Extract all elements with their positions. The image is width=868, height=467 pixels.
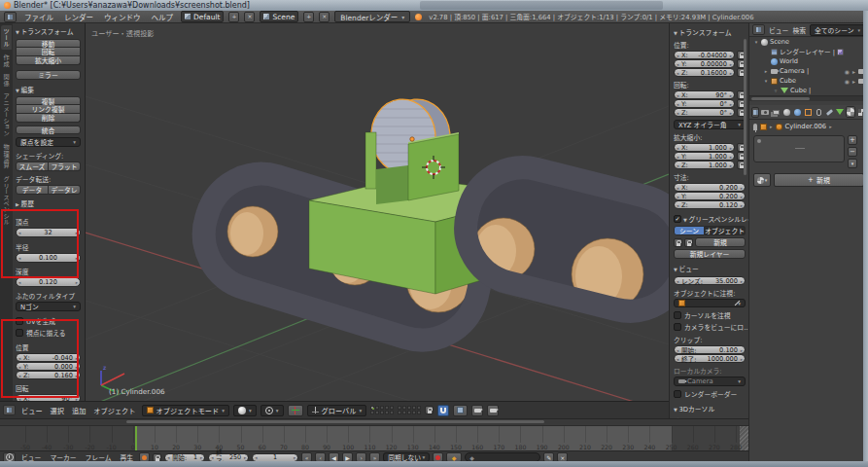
selectability-icon[interactable]: ▸ — [852, 78, 855, 85]
menu-window[interactable]: ウィンドウ — [101, 12, 144, 22]
layer-cell[interactable] — [412, 411, 416, 414]
new-material-button[interactable]: +新規 — [774, 173, 864, 187]
mode-dropdown[interactable]: オブジェクトモード — [142, 405, 229, 416]
layer-cell[interactable] — [398, 406, 401, 410]
cap-fill-dropdown[interactable]: Nゴン — [16, 302, 81, 311]
orientation-dropdown[interactable]: グローバル — [307, 405, 367, 416]
layer-cell[interactable] — [402, 406, 406, 410]
clip-end-field[interactable]: 終了:1000.000 — [674, 354, 746, 363]
tab-scene[interactable] — [781, 106, 791, 118]
tab-data[interactable] — [835, 106, 845, 118]
outliner-row-world[interactable]: World — [749, 56, 868, 66]
layer-cell[interactable] — [390, 411, 394, 414]
loc-y-field[interactable]: Y:0.00000 — [674, 59, 735, 68]
tab-grease-pencil[interactable]: グリースペンシル — [1, 173, 12, 228]
outliner-row-scene[interactable]: ▾Scene — [749, 37, 868, 47]
layer-cell[interactable] — [370, 406, 374, 410]
gp-new-layer-button[interactable]: 新規レイヤー — [674, 249, 746, 259]
layer-cell[interactable] — [375, 411, 379, 414]
scale-y-field[interactable]: Y:1.000 — [674, 152, 735, 161]
slot-specials-dropdown[interactable]: ▾ — [848, 159, 857, 168]
layer-cell[interactable] — [402, 411, 406, 414]
layer-cell[interactable] — [412, 406, 416, 410]
grease-pencil-header[interactable]: グリースペンシルレイ — [683, 214, 748, 224]
eyedropper-icon[interactable] — [735, 301, 741, 306]
close-scene-button[interactable]: × — [319, 12, 330, 22]
generate-uv-checkbox[interactable]: UVを生成 — [16, 316, 81, 326]
layer-cell[interactable] — [407, 411, 411, 414]
op-loc-y-field[interactable]: Y:0.000 — [16, 362, 81, 371]
panel-edit-header[interactable]: 編集 — [16, 85, 81, 94]
layer-group-2[interactable] — [398, 406, 421, 414]
join-button[interactable]: 統合 — [16, 126, 81, 134]
layer-cell[interactable] — [380, 406, 384, 410]
radius-field[interactable]: 0.100 — [16, 253, 81, 263]
vertices-field[interactable]: 32 — [16, 228, 81, 237]
scene-selector[interactable]: Scene — [260, 11, 298, 22]
material-slot-list[interactable] — [753, 135, 845, 162]
viewport-editor-type-icon[interactable] — [3, 405, 16, 415]
outliner-row-cube-data[interactable]: ▿Cube | — [749, 86, 868, 95]
layer-cell[interactable] — [370, 411, 374, 414]
layer-cell[interactable] — [385, 411, 389, 414]
grease-pencil-checkbox[interactable] — [674, 215, 681, 223]
render-engine-selector[interactable]: Blenderレンダー — [334, 11, 410, 22]
rot-x-field[interactable]: X:90° — [674, 90, 735, 99]
panel-transform-header[interactable]: トランスフォーム — [16, 26, 81, 36]
menu-render[interactable]: レンダー — [61, 12, 96, 22]
dim-y-field[interactable]: Y:0.200 — [674, 192, 746, 200]
view-menu[interactable]: ビュー — [19, 406, 45, 415]
layer-cell[interactable] — [417, 406, 421, 410]
rot-z-field[interactable]: Z:0° — [674, 108, 735, 117]
data-transfer-button[interactable]: データ — [16, 185, 49, 195]
snap-magnet-toggle[interactable] — [437, 405, 449, 416]
tab-tools[interactable]: ツール — [1, 25, 12, 50]
opengl-render-still-button[interactable] — [471, 405, 483, 416]
rot-y-field[interactable]: Y:0° — [674, 99, 735, 108]
dim-x-field[interactable]: X:0.200 — [674, 183, 746, 192]
loc-x-field[interactable]: X:-0.04000 — [674, 51, 735, 59]
loc-z-field[interactable]: Z:0.16000 — [674, 68, 735, 77]
menu-help[interactable]: ヘルプ — [149, 12, 177, 22]
gp-scene-button[interactable]: シーン — [674, 226, 705, 235]
layer-cell[interactable] — [417, 411, 421, 414]
shading-dropdown[interactable] — [233, 405, 257, 416]
layer-cell[interactable] — [385, 406, 389, 410]
outliner-editor-icon[interactable] — [752, 24, 765, 35]
screen-layout-selector[interactable]: Default — [181, 11, 224, 22]
lens-field[interactable]: レンズ:35.000 — [674, 276, 746, 285]
cursor-panel-header[interactable]: 3Dカーソル — [674, 404, 746, 413]
scale-x-field[interactable]: X:1.000 — [674, 143, 735, 152]
local-camera-field[interactable]: Camera — [674, 377, 746, 386]
gp-object-button[interactable]: オブジェクト — [705, 226, 746, 235]
layer-group-1[interactable] — [370, 406, 394, 414]
tab-modifiers[interactable] — [824, 106, 834, 118]
op-loc-x-field[interactable]: X:-0.040 — [16, 353, 81, 362]
outliner-row-cube[interactable]: ▾Cube ◉▸ — [749, 76, 868, 86]
outliner-scrollbar[interactable] — [749, 95, 868, 101]
lock-camera-checkbox[interactable]: カメラをビューにロ... — [674, 322, 746, 332]
scale-z-field[interactable]: Z:1.000 — [674, 161, 735, 169]
lock-to-scene-icon[interactable] — [425, 406, 434, 414]
outliner-display-dropdown[interactable]: 全てのシーン — [810, 24, 865, 36]
menu-file[interactable]: ファイル — [21, 12, 56, 22]
render-border-checkbox[interactable]: レンダーボーダー — [674, 389, 746, 399]
tab-constraints[interactable] — [814, 106, 823, 118]
object-menu[interactable]: オブジェクト — [91, 406, 137, 415]
outliner-row-renderlayer[interactable]: レンダーレイヤー | — [749, 47, 868, 56]
outliner-search-menu[interactable]: 検索 — [792, 25, 806, 35]
opengl-render-anim-button[interactable] — [487, 405, 499, 416]
title-bar[interactable]: Blender* [C:¥Users¥anazawa¥Downloads¥scr… — [0, 0, 868, 11]
add-scene-button[interactable]: + — [303, 12, 314, 22]
layer-cell[interactable] — [380, 411, 384, 414]
timeline-scrollbar[interactable] — [0, 419, 748, 426]
data-layout-button[interactable]: データレ — [49, 185, 81, 195]
tab-world[interactable] — [792, 106, 802, 118]
dim-z-field[interactable]: Z:0.120 — [674, 200, 746, 209]
outliner-view-menu[interactable]: ビュー — [769, 25, 788, 35]
timeline-ruler[interactable]: -50-40-30-20-100102030405060708090100110… — [0, 426, 748, 450]
properties-editor-icon[interactable] — [751, 107, 759, 118]
tab-physics[interactable]: 物理演算 — [1, 141, 12, 171]
select-menu[interactable]: 選択 — [49, 406, 66, 415]
3d-viewport[interactable]: z Y ユーザー・透視投影 (1) Cylinder.006 — [86, 23, 669, 401]
